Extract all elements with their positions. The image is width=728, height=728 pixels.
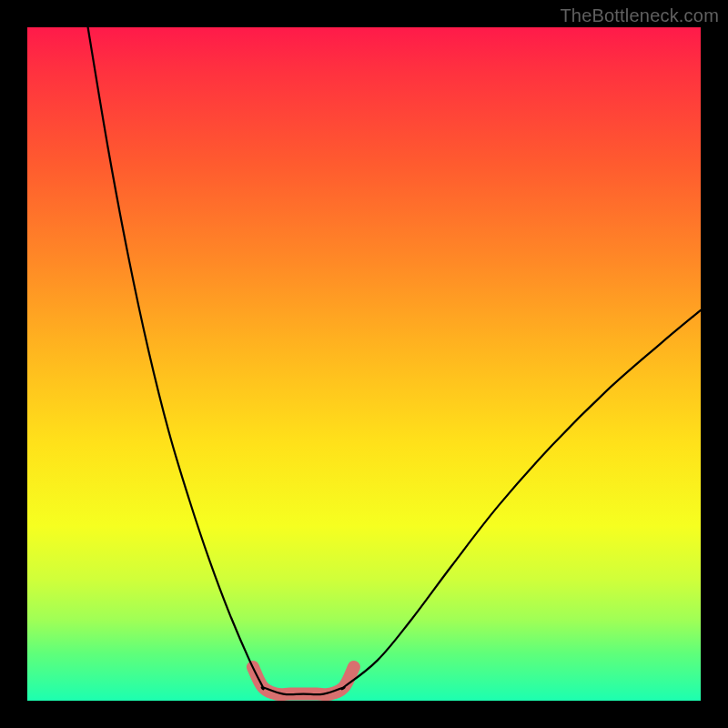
chart-plot-area <box>27 27 701 701</box>
bottleneck-curve <box>88 27 701 694</box>
chart-frame: TheBottleneck.com <box>0 0 728 728</box>
chart-svg <box>27 27 701 701</box>
watermark-text: TheBottleneck.com <box>560 5 719 26</box>
valley-highlight-marker <box>253 667 354 694</box>
